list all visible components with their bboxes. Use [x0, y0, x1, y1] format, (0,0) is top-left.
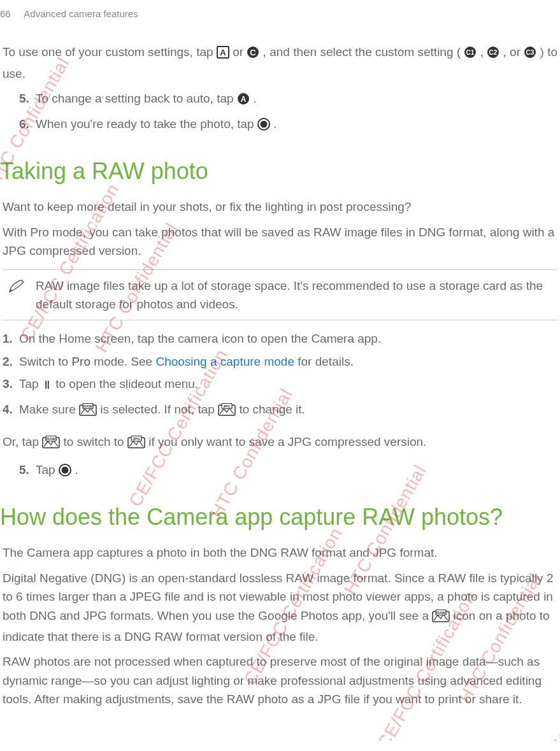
list-item: 3. Tap to open the slideout menu.: [3, 375, 560, 396]
raw-image-icon: RAW: [42, 435, 60, 454]
raw-image-icon: RAW: [432, 609, 450, 627]
paragraph-not-processed: RAW photos are not processed when captur…: [3, 652, 557, 708]
list-item: 4. Make sure RAW is selected. If not, ta…: [3, 400, 560, 421]
page-number: 66: [0, 6, 22, 21]
note-text: RAW image files take up a lot of storage…: [36, 276, 552, 314]
svg-text:C1: C1: [466, 49, 475, 56]
svg-text:C3: C3: [526, 49, 535, 56]
text-span: , and then select the custom setting (: [263, 45, 461, 59]
text-span: .: [75, 463, 78, 476]
text-span: if you only want to save a JPG compresse…: [148, 435, 426, 448]
text-span: mode. See: [90, 355, 155, 368]
text-span: To use one of your custom settings, tap: [3, 45, 217, 59]
list-item: 2. Switch to Pro mode. See Choosing a ca…: [3, 352, 560, 371]
paragraph-custom-settings: To use one of your custom settings, tap …: [3, 43, 557, 83]
paragraph-or-switch: Or, tap RAW to switch to JPG if you only…: [3, 433, 557, 454]
note-box: RAW image files take up a lot of storage…: [3, 269, 557, 321]
paragraph-pro-mode: With Pro mode, you can take photos that …: [3, 223, 557, 261]
text-span: Or, tap: [3, 435, 42, 448]
step-number: 1.: [3, 329, 19, 348]
svg-text:JPG: JPG: [133, 437, 140, 441]
ordered-list-2: 1. On the Home screen, tap the camera ic…: [3, 329, 560, 421]
list-item: 6. When you're ready to take the photo, …: [19, 115, 560, 136]
step-number: 6.: [19, 115, 36, 136]
text-span: to switch to: [64, 435, 127, 448]
list-item: 1. On the Home screen, tap the camera ic…: [3, 329, 560, 348]
step-text: On the Home screen, tap the camera icon …: [19, 329, 381, 348]
jpg-image-icon: JPG: [127, 435, 145, 454]
step-text: Make sure RAW is selected. If not, tap J…: [19, 400, 305, 421]
page-header: 66 Advanced camera features: [0, 6, 560, 21]
svg-text:A: A: [220, 48, 226, 57]
step-text: Switch to Pro mode. See Choosing a captu…: [19, 352, 354, 371]
c-circle-icon: C: [247, 45, 259, 64]
step-number: 5.: [19, 89, 36, 110]
svg-text:A: A: [241, 95, 247, 104]
svg-text:C: C: [250, 48, 257, 57]
step-number: 5.: [19, 461, 36, 482]
svg-point-13: [260, 120, 267, 127]
step-text: Tap to open the slideout menu.: [19, 375, 198, 396]
text-span: .: [273, 117, 276, 131]
list-item: 5. Tap .: [19, 461, 560, 482]
svg-text:JPG: JPG: [223, 404, 231, 408]
step-text: When you're ready to take the photo, tap…: [36, 115, 277, 136]
c2-circle-icon: C2: [487, 45, 499, 64]
text-span: Switch to: [19, 355, 71, 368]
step-text: Tap .: [36, 461, 78, 482]
text-span: ,: [480, 45, 487, 59]
svg-text:RAW: RAW: [83, 404, 92, 408]
section-heading-camera-capture: How does the Camera app capture RAW phot…: [0, 503, 560, 531]
chapter-title: Advanced camera features: [24, 8, 138, 19]
text-span: or: [233, 45, 247, 59]
paragraph-formats: The Camera app captures a photo in both …: [3, 543, 557, 562]
text-span: .: [253, 92, 256, 105]
section-heading-raw-photo: Taking a RAW photo: [0, 157, 560, 185]
step-text: To change a setting back to auto, tap A …: [36, 89, 256, 110]
a-box-icon: A: [217, 45, 229, 64]
pro-mode-label: Pro: [71, 355, 90, 368]
raw-image-icon: RAW: [79, 403, 97, 421]
step-number: 3.: [3, 375, 19, 396]
pencil-icon: [8, 278, 27, 299]
text-span: When you're ready to take the photo, tap: [36, 117, 257, 131]
list-item: 5. To change a setting back to auto, tap…: [19, 89, 560, 110]
text-span: for details.: [294, 355, 354, 368]
paragraph-dng: Digital Negative (DNG) is an open-standa…: [3, 569, 557, 647]
slideout-handle-icon: [42, 377, 52, 396]
text-span: to open the slideout menu.: [55, 377, 198, 390]
jpg-image-icon: JPG: [218, 403, 236, 421]
text-span: Make sure: [19, 403, 79, 416]
c1-circle-icon: C1: [464, 45, 477, 64]
shutter-circle-icon: [59, 463, 71, 482]
svg-text:RAW: RAW: [436, 611, 445, 615]
ordered-list-3: 5. Tap .: [19, 461, 560, 482]
text-span: to change it.: [239, 403, 305, 416]
shutter-circle-icon: [257, 117, 270, 136]
paragraph-raw-intro: Want to keep more detail in your shots, …: [3, 197, 557, 216]
text-span: is selected. If not, tap: [100, 403, 218, 416]
a-circle-icon: A: [237, 92, 250, 110]
text-span: Tap: [19, 377, 42, 390]
ordered-list-1: 5. To change a setting back to auto, tap…: [19, 89, 560, 136]
svg-point-33: [61, 466, 68, 473]
step-number: 4.: [3, 400, 19, 421]
svg-text:C2: C2: [489, 49, 498, 56]
svg-text:RAW: RAW: [47, 437, 55, 441]
c3-circle-icon: C3: [524, 45, 536, 64]
step-number: 2.: [3, 352, 19, 371]
text-span: , or: [503, 45, 524, 59]
choosing-capture-mode-link[interactable]: Choosing a capture mode: [155, 355, 294, 368]
text-span: Tap: [36, 463, 59, 476]
text-span: To change a setting back to auto, tap: [36, 92, 237, 105]
